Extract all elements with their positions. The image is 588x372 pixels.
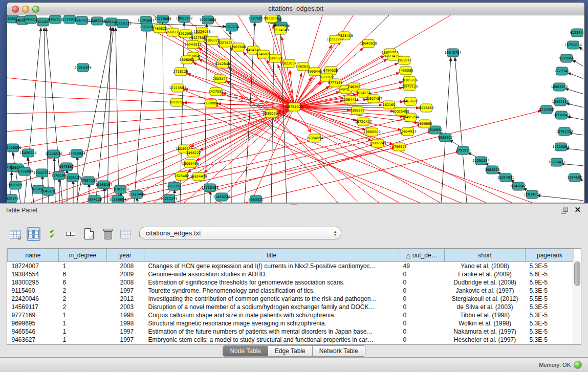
graph-node[interactable]: 15751074 <box>564 41 581 49</box>
graph-node[interactable]: 10023145 <box>160 194 177 203</box>
graph-node[interactable]: 9857791 <box>167 182 182 190</box>
graph-node[interactable]: 10719133 <box>114 19 131 28</box>
graph-node[interactable]: 1822037 <box>282 59 297 68</box>
graph-node[interactable]: 1527602 <box>249 15 264 23</box>
column-header-in_degree[interactable]: in_degree <box>59 249 107 262</box>
cell[interactable]: Stergiakouli et al. (2012) <box>445 295 526 303</box>
graph-node[interactable]: 16543912 <box>184 40 201 49</box>
column-header-title[interactable]: title <box>144 249 399 262</box>
column-header-year[interactable]: year <box>107 249 144 262</box>
cell[interactable]: 5.3E-5 <box>526 311 574 319</box>
graph-node[interactable]: 20206576 <box>45 150 62 158</box>
graph-node[interactable]: 1498222 <box>186 149 201 157</box>
graph-node[interactable]: 20053346 <box>74 63 91 72</box>
cell[interactable]: Investigating the contribution of common… <box>144 295 399 303</box>
cell[interactable]: 0 <box>399 287 445 295</box>
table-settings-icon[interactable]: ⚙ <box>8 227 22 241</box>
memory-ok-indicator[interactable] <box>574 361 582 369</box>
graph-node[interactable]: 10778413 <box>548 158 565 166</box>
graph-node[interactable]: 6791920 <box>456 146 471 155</box>
table-row[interactable]: 969969511998Structural magnetic resonanc… <box>8 319 574 327</box>
cell[interactable]: 1997 <box>107 287 144 295</box>
cell[interactable]: 9699695 <box>8 319 59 327</box>
table-row[interactable]: 1938455462009Genome-wide association stu… <box>8 270 574 278</box>
cell[interactable]: 5.3E-5 <box>526 262 574 271</box>
cell[interactable]: 6 <box>59 270 107 278</box>
table-row[interactable]: 977716911998Corpus callosum shape and si… <box>8 311 574 319</box>
graph-node[interactable]: 16648784 <box>444 49 461 57</box>
new-document-icon[interactable] <box>82 227 96 241</box>
window-titlebar[interactable]: citations_edges.txt <box>7 3 584 15</box>
graph-node[interactable]: 9756928 <box>392 143 407 151</box>
graph-node[interactable]: 12444158 <box>552 98 569 106</box>
close-panel-icon[interactable]: ✕ <box>574 205 581 214</box>
cell[interactable]: 18300295 <box>8 278 59 287</box>
graph-node[interactable]: 8427552 <box>209 87 224 96</box>
cell[interactable]: 1997 <box>107 336 144 344</box>
graph-node[interactable]: 2967608 <box>231 43 246 51</box>
cell[interactable]: Jankovic et al. (1997) <box>445 287 526 295</box>
graph-node[interactable]: 20364436 <box>341 96 358 104</box>
graph-node[interactable]: 7857224 <box>225 23 239 31</box>
cell[interactable]: 0 <box>399 270 445 278</box>
graph-node[interactable]: 9463627 <box>403 97 418 105</box>
graph-node[interactable]: 16782759 <box>112 185 128 193</box>
column-header-pagerank[interactable]: pagerank <box>526 249 574 262</box>
graph-node[interactable]: 18099489 <box>182 160 199 168</box>
table-row[interactable]: 2242004622012Investigating the contribut… <box>8 295 574 303</box>
cell[interactable]: 0 <box>399 311 445 319</box>
cell[interactable]: Nakamura et al. (1997) <box>445 327 526 336</box>
cell[interactable]: Structural magnetic resonance image aver… <box>144 319 399 327</box>
table-row[interactable]: 946554611997Estimation of the future num… <box>8 327 574 336</box>
graph-node[interactable]: 15456784 <box>19 149 36 157</box>
graph-node[interactable]: 17957223 <box>80 177 97 185</box>
graph-node[interactable]: 19654923 <box>399 127 416 136</box>
select-all-icon[interactable]: ✔✔ <box>45 227 59 241</box>
graph-node[interactable]: 9245042 <box>511 182 526 190</box>
graph-node[interactable]: 17359924 <box>68 149 85 158</box>
cell[interactable]: Tourette syndrome. Phenomenology and cla… <box>144 287 399 295</box>
cell[interactable]: 2012 <box>107 295 144 303</box>
cell[interactable]: Wolkin et al. (1998) <box>445 319 526 327</box>
cell[interactable]: Corpus callosum shape and size in male p… <box>144 311 399 319</box>
cell[interactable]: 9465546 <box>8 327 59 336</box>
graph-node[interactable]: 15718485 <box>201 184 218 192</box>
cell[interactable]: Estimation of the future numbers of pati… <box>144 327 399 336</box>
tab-edge-table[interactable]: Edge Table <box>268 346 313 356</box>
graph-node[interactable]: 7463822 <box>153 25 167 33</box>
graph-node[interactable]: 9563321 <box>249 195 264 203</box>
cell[interactable]: 2 <box>59 287 107 295</box>
cell[interactable]: 5.3E-5 <box>526 287 574 295</box>
deselect-rows-icon[interactable] <box>63 227 77 241</box>
scrollbar-thumb[interactable] <box>574 261 580 286</box>
cell[interactable]: 9115460 <box>8 287 59 295</box>
graph-node[interactable]: 9975887 <box>59 163 74 171</box>
graph-node[interactable]: 16914479 <box>190 172 207 181</box>
cell[interactable]: 5.3E-5 <box>526 303 574 311</box>
graph-node[interactable]: 16210643 <box>553 111 570 119</box>
column-header-short[interactable]: short <box>445 249 526 262</box>
graph-node[interactable]: 16924831 <box>497 173 514 182</box>
cell[interactable]: 1 <box>59 311 107 319</box>
cell[interactable]: 0 <box>399 319 445 327</box>
graph-node[interactable]: 9242848 <box>215 60 230 68</box>
vertical-scrollbar[interactable] <box>573 260 581 344</box>
graph-node[interactable]: 10250134 <box>472 157 489 165</box>
graph-node[interactable]: 9699695 <box>418 120 432 128</box>
graph-node[interactable]: 9045231 <box>41 187 56 195</box>
graph-node[interactable]: 9967233 <box>75 16 90 25</box>
cell[interactable]: 0 <box>399 278 445 287</box>
graph-node[interactable]: 10688609 <box>363 128 380 136</box>
graph-node[interactable]: 10236654 <box>109 195 126 203</box>
graph-node[interactable]: 7625402 <box>175 172 189 180</box>
cell[interactable]: Genome-wide association studies in ADHD. <box>144 270 399 278</box>
cell[interactable]: Tibbo et al. (1998) <box>445 311 526 319</box>
graph-node[interactable]: 13505135 <box>64 173 81 182</box>
cell[interactable]: 6 <box>59 278 107 287</box>
table-row[interactable]: 1830029562008Estimation of significance … <box>8 278 574 287</box>
graph-node[interactable]: 11156869 <box>16 167 33 176</box>
graph-node[interactable]: 8215958 <box>539 105 554 114</box>
cell[interactable]: 9777169 <box>8 311 59 319</box>
graph-node[interactable]: 2718126 <box>173 68 188 76</box>
tab-network-table[interactable]: Network Table <box>313 346 365 356</box>
